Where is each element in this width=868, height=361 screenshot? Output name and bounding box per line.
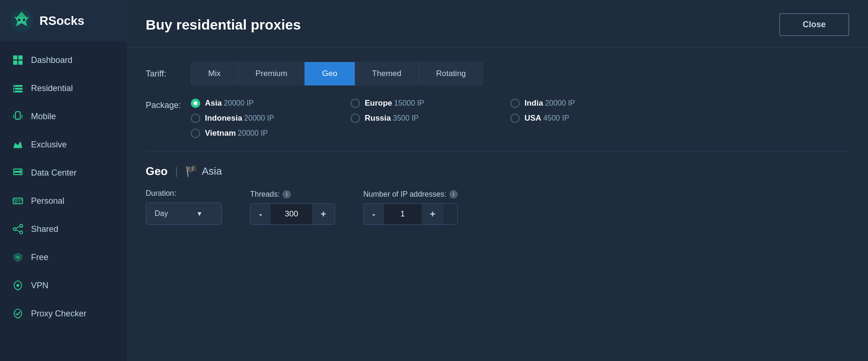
svg-point-13 [14, 88, 15, 89]
dashboard-icon [11, 54, 24, 67]
sidebar-item-proxychecker[interactable]: Proxy Checker [0, 300, 127, 328]
package-name-india: India [524, 99, 543, 108]
geo-separator: | [175, 165, 178, 177]
tab-mix[interactable]: Mix [191, 62, 238, 85]
geo-region: 🏴 Asia [185, 165, 222, 177]
svg-point-14 [14, 91, 15, 92]
shared-icon [11, 223, 24, 236]
sidebar-item-personal[interactable]: Personal [0, 187, 127, 215]
threads-increase-button[interactable]: + [312, 204, 335, 224]
package-ip-europe: 15000 IP [394, 99, 424, 107]
mobile-icon [11, 110, 24, 123]
datacenter-icon [11, 166, 24, 179]
package-option-vietnam[interactable]: Vietnam20000 IP [191, 129, 322, 138]
package-option-india[interactable]: India20000 IP [510, 99, 642, 108]
svg-rect-24 [15, 201, 17, 202]
duration-group: Duration: Day ▼ [146, 189, 222, 225]
dashboard-label: Dashboard [31, 55, 72, 65]
ip-count-info-icon[interactable]: i [449, 190, 458, 199]
datacenter-label: Data Center [31, 168, 77, 178]
svg-rect-5 [13, 55, 17, 60]
free-icon: % [11, 251, 24, 264]
personal-icon [11, 194, 24, 207]
tab-premium[interactable]: Premium [238, 62, 305, 85]
svg-point-28 [20, 231, 23, 234]
svg-rect-19 [14, 172, 22, 175]
section-divider [146, 151, 849, 152]
radio-usa [510, 114, 520, 123]
sidebar: RSocks Dashboard [0, 0, 127, 361]
threads-stepper: - 300 + [250, 203, 335, 225]
svg-point-12 [14, 85, 15, 86]
package-ip-vietnam: 20000 IP [238, 129, 268, 137]
personal-label: Personal [31, 196, 64, 206]
radio-russia [351, 114, 360, 123]
sidebar-item-shared[interactable]: Shared [0, 215, 127, 243]
sidebar-item-datacenter[interactable]: Data Center [0, 159, 127, 187]
sidebar-item-exclusive[interactable]: Exclusive [0, 131, 127, 159]
svg-point-21 [20, 173, 21, 174]
package-option-usa[interactable]: USA4500 IP [510, 114, 642, 123]
exclusive-label: Exclusive [31, 140, 67, 150]
ip-count-decrease-button[interactable]: - [364, 204, 384, 224]
package-option-indonesia[interactable]: Indonesia20000 IP [191, 114, 322, 123]
tariff-tabs: Mix Premium Geo Themed Rotating [191, 62, 483, 85]
svg-rect-8 [18, 61, 23, 65]
dropdown-arrow-icon: ▼ [196, 210, 203, 217]
package-option-europe[interactable]: Europe15000 IP [351, 99, 482, 108]
ip-count-group: Number of IP addresses: i - 1 + [363, 190, 458, 225]
ip-count-increase-button[interactable]: + [422, 204, 444, 224]
svg-rect-18 [14, 169, 22, 171]
svg-rect-7 [13, 61, 17, 65]
tariff-label: Tariff: [146, 69, 183, 79]
package-ip-india: 20000 IP [545, 99, 575, 107]
tab-geo[interactable]: Geo [305, 62, 354, 85]
sidebar-item-mobile[interactable]: Mobile [0, 102, 127, 131]
radio-india [510, 99, 520, 108]
tab-rotating[interactable]: Rotating [419, 62, 483, 85]
tariff-section: Tariff: Mix Premium Geo Themed Rotating [146, 62, 849, 85]
free-label: Free [31, 253, 48, 262]
logo-area: RSocks [0, 0, 127, 41]
radio-europe [351, 99, 360, 108]
package-name-vietnam: Vietnam [205, 129, 236, 138]
logo-icon [9, 8, 34, 33]
shared-label: Shared [31, 224, 58, 234]
threads-label: Threads: i [250, 190, 335, 199]
threads-decrease-button[interactable]: - [250, 204, 271, 224]
duration-dropdown[interactable]: Day ▼ [146, 202, 222, 225]
proxychecker-icon [11, 307, 24, 320]
svg-rect-25 [19, 201, 20, 202]
svg-text:%: % [16, 255, 20, 260]
close-button[interactable]: Close [779, 13, 849, 36]
sidebar-item-vpn[interactable]: VPN [0, 271, 127, 300]
app-name: RSocks [39, 14, 84, 28]
radio-asia [191, 99, 200, 108]
svg-point-32 [16, 284, 19, 287]
ip-count-label: Number of IP addresses: i [363, 190, 458, 199]
main-body: Tariff: Mix Premium Geo Themed Rotating … [127, 48, 868, 361]
geo-region-name: Asia [202, 165, 222, 177]
threads-info-icon[interactable]: i [282, 190, 291, 199]
proxychecker-label: Proxy Checker [31, 309, 86, 319]
package-option-asia[interactable]: Asia20000 IP [191, 99, 322, 108]
threads-group: Threads: i - 300 + [250, 190, 335, 225]
sidebar-item-free[interactable]: % Free [0, 243, 127, 271]
package-grid: Asia20000 IP Europe15000 IP India20000 I… [191, 99, 642, 138]
sidebar-item-dashboard[interactable]: Dashboard [0, 46, 127, 74]
geo-header: Geo | 🏴 Asia [146, 165, 849, 178]
package-option-russia[interactable]: Russia3500 IP [351, 114, 482, 123]
main-content: Buy residential proxies Close Tariff: Mi… [127, 0, 868, 361]
residential-icon [11, 82, 24, 95]
sidebar-item-residential[interactable]: Residential [0, 74, 127, 102]
svg-rect-22 [13, 198, 23, 204]
svg-line-30 [16, 230, 20, 232]
tab-themed[interactable]: Themed [355, 62, 419, 85]
ip-count-value: 1 [384, 204, 422, 224]
package-name-europe: Europe [365, 99, 392, 108]
mobile-label: Mobile [31, 112, 56, 122]
svg-rect-17 [14, 147, 22, 148]
svg-point-27 [20, 224, 23, 227]
threads-value: 300 [271, 204, 312, 224]
package-name-usa: USA [524, 114, 541, 123]
